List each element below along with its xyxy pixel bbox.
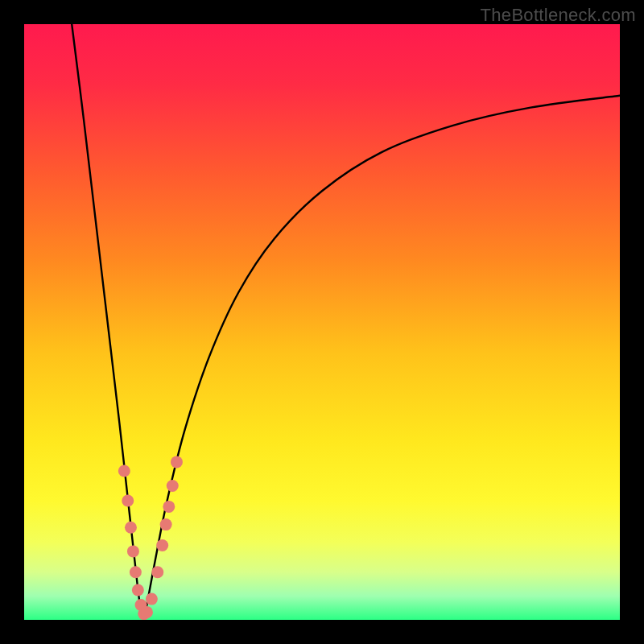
bottleneck-curve bbox=[72, 24, 620, 617]
data-marker bbox=[125, 522, 137, 534]
data-marker bbox=[163, 501, 175, 513]
data-marker bbox=[118, 465, 130, 477]
data-marker bbox=[146, 593, 158, 605]
data-markers bbox=[118, 456, 183, 620]
curve-path bbox=[72, 24, 620, 617]
data-marker bbox=[127, 545, 139, 557]
data-marker bbox=[141, 606, 153, 618]
chart-svg bbox=[24, 24, 620, 620]
plot-area bbox=[24, 24, 620, 620]
data-marker bbox=[151, 566, 163, 578]
data-marker bbox=[130, 566, 142, 578]
data-marker bbox=[156, 539, 168, 551]
watermark-text: TheBottleneck.com bbox=[481, 5, 636, 26]
data-marker bbox=[167, 480, 179, 492]
data-marker bbox=[171, 456, 183, 468]
chart-frame: TheBottleneck.com bbox=[0, 0, 644, 644]
data-marker bbox=[160, 518, 172, 530]
data-marker bbox=[132, 584, 144, 597]
data-marker bbox=[122, 495, 134, 507]
